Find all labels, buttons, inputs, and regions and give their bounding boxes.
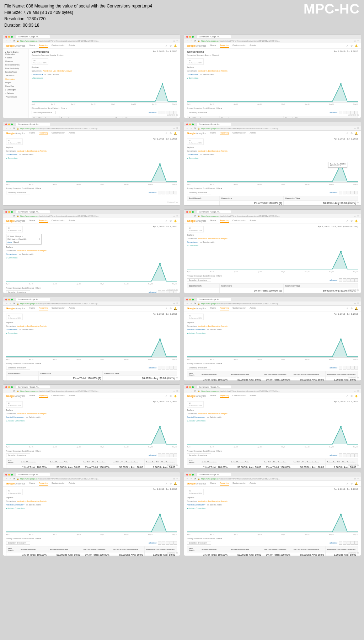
- all-sessions-box[interactable]: All% of sessions: 100%: [6, 226, 23, 232]
- metric-select[interactable]: Assisted Conversions ▾: [187, 329, 205, 331]
- nav-admin[interactable]: Admin: [69, 482, 75, 486]
- advanced-link[interactable]: advanced: [149, 291, 156, 293]
- min-dot[interactable]: [8, 124, 10, 125]
- col-social[interactable]: Social Network: [187, 284, 220, 288]
- reload-icon[interactable]: ⟳: [13, 40, 15, 42]
- nav-admin[interactable]: Admin: [250, 307, 256, 310]
- tab-assisted[interactable]: Assisted vs. Last Interaction Analysis: [43, 70, 72, 72]
- advanced-link[interactable]: advanced: [149, 454, 156, 456]
- sidebar-item[interactable]: ⚑ Conversions: [5, 95, 27, 99]
- min-dot[interactable]: [189, 299, 191, 300]
- star-icon[interactable]: ☆: [354, 40, 356, 42]
- secondary-dim[interactable]: Secondary dimension ▾: [187, 541, 211, 545]
- collapse-icon[interactable]: ⤢: [346, 307, 348, 310]
- nav-reporting[interactable]: Reporting: [39, 219, 48, 223]
- reload-icon[interactable]: ⟳: [13, 477, 15, 480]
- all-sessions-box[interactable]: All% of sessions: 100%: [6, 314, 23, 320]
- reload-icon[interactable]: ⟳: [194, 40, 196, 42]
- back-icon[interactable]: ←: [5, 477, 8, 480]
- tab-conversions[interactable]: Conversions: [6, 325, 16, 327]
- reload-icon[interactable]: ⟳: [194, 477, 196, 480]
- forward-icon[interactable]: →: [190, 302, 193, 305]
- star-icon[interactable]: ☆: [354, 215, 356, 217]
- nav-admin[interactable]: Admin: [250, 394, 256, 398]
- min-dot[interactable]: [189, 124, 191, 125]
- back-icon[interactable]: ←: [186, 40, 189, 42]
- other-dim[interactable]: Other ▾: [216, 187, 223, 189]
- nav-customization[interactable]: Customization: [232, 132, 246, 135]
- url-text[interactable]: https://www.google.com/analytics/web/?hl…: [201, 215, 353, 217]
- sidebar-item[interactable]: Users Flow: [5, 84, 27, 88]
- col-val[interactable]: Conversion Value: [103, 371, 177, 376]
- reload-icon[interactable]: ⟳: [194, 215, 196, 217]
- browser-tab[interactable]: Conversions - Google An...: [16, 473, 50, 476]
- menu-icon[interactable]: ≡: [176, 477, 178, 480]
- other-dim[interactable]: Other ▾: [216, 450, 223, 452]
- close-dot[interactable]: [5, 124, 7, 125]
- tab-conversions[interactable]: Conversions: [6, 150, 16, 152]
- star-icon[interactable]: ☆: [173, 127, 175, 130]
- back-icon[interactable]: ←: [5, 40, 8, 42]
- secondary-dim[interactable]: Secondary dimension ▾: [187, 278, 211, 282]
- explorer-tab[interactable]: Explorer: [187, 497, 194, 499]
- view-toggle[interactable]: [339, 366, 358, 369]
- close-dot[interactable]: [186, 386, 188, 388]
- view-toggle[interactable]: [339, 453, 358, 457]
- metric-select[interactable]: Conversions ▾: [6, 153, 17, 156]
- tab-conversions[interactable]: Conversions: [187, 500, 197, 502]
- advanced-link[interactable]: advanced: [330, 542, 337, 544]
- secondary-dim[interactable]: Secondary dimension ▾: [6, 453, 30, 457]
- url-text[interactable]: https://www.google.com/analytics/web/?hl…: [20, 303, 172, 305]
- close-dot[interactable]: [5, 299, 7, 300]
- metric-select[interactable]: Assisted Conversions ▾: [6, 504, 25, 506]
- bell-icon[interactable]: 🔔: [355, 132, 358, 135]
- menu-icon[interactable]: ≡: [176, 302, 178, 305]
- settings-icon[interactable]: ⚙: [350, 44, 353, 47]
- max-dot[interactable]: [11, 124, 13, 125]
- col-val[interactable]: Conversion Value: [284, 284, 358, 288]
- bell-icon[interactable]: 🔔: [174, 220, 177, 222]
- sidebar-item[interactable]: ▸ Search Engine Optimization: [5, 50, 27, 56]
- other-dim[interactable]: Other ▾: [61, 107, 67, 109]
- secondary-dim[interactable]: Secondary dimension ▾: [187, 111, 211, 114]
- tab-conversions[interactable]: Conversions: [6, 413, 16, 415]
- advanced-link[interactable]: advanced: [149, 192, 156, 194]
- date-range[interactable]: Apr 1, 2015 - Jun 2, 2015: [153, 225, 177, 227]
- line-chart[interactable]: [187, 81, 358, 103]
- min-dot[interactable]: [8, 36, 10, 38]
- nav-customization[interactable]: Customization: [52, 394, 65, 398]
- secondary-dim[interactable]: Secondary dimension ▾: [187, 366, 211, 369]
- forward-icon[interactable]: →: [9, 127, 12, 130]
- all-sessions-box[interactable]: All% of sessions: 100%: [187, 401, 204, 408]
- nav-customization[interactable]: Customization: [232, 219, 246, 223]
- bell-icon[interactable]: 🔔: [174, 44, 177, 47]
- tab-conversions[interactable]: Conversions: [187, 237, 197, 240]
- col-conv[interactable]: Conversions: [39, 371, 103, 376]
- metric-select[interactable]: Conversions ▾: [187, 241, 198, 243]
- menu-icon[interactable]: ≡: [357, 40, 359, 42]
- max-dot[interactable]: [11, 474, 13, 476]
- nav-customization[interactable]: Customization: [52, 307, 65, 310]
- explorer-tab[interactable]: Explorer: [6, 246, 13, 248]
- col-val[interactable]: Conversion Value: [284, 116, 358, 118]
- advanced-link[interactable]: advanced: [149, 542, 156, 544]
- bell-icon[interactable]: 🔔: [174, 395, 177, 398]
- forward-icon[interactable]: →: [190, 390, 193, 392]
- tab-assisted[interactable]: Assisted vs. Last Interaction Analysis: [17, 150, 47, 152]
- nav-home[interactable]: Home: [210, 394, 216, 398]
- back-icon[interactable]: ←: [186, 127, 189, 130]
- star-icon[interactable]: ☆: [173, 302, 175, 305]
- close-dot[interactable]: [5, 386, 7, 388]
- secondary-dim[interactable]: Secondary dimension ▾: [187, 191, 211, 194]
- view-toggle[interactable]: [158, 453, 177, 457]
- nav-admin[interactable]: Admin: [69, 394, 75, 398]
- url-text[interactable]: https://www.google.com/analytics/web/?hl…: [20, 40, 172, 42]
- sidebar-item[interactable]: □ Behavior: [5, 91, 27, 95]
- star-icon[interactable]: ☆: [173, 477, 175, 480]
- date-range[interactable]: Apr 1, 2015 - Jun 2, 2015: [153, 50, 177, 52]
- nav-home[interactable]: Home: [30, 219, 35, 223]
- col-conv[interactable]: Conversions: [59, 116, 114, 118]
- line-chart[interactable]: [6, 161, 177, 183]
- explorer-tab[interactable]: Explorer: [6, 409, 13, 411]
- browser-tab[interactable]: Conversions - Google An...: [16, 385, 50, 388]
